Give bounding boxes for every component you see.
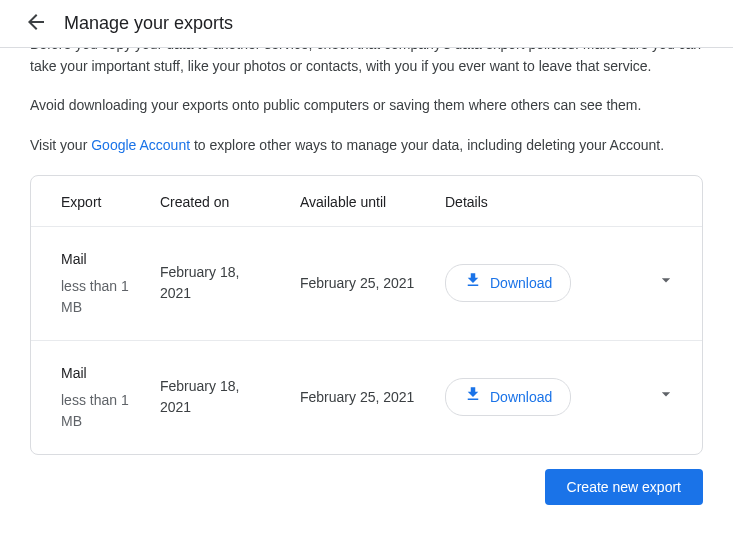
intro-paragraph-2: Avoid downloading your exports onto publ… (30, 95, 703, 117)
export-name: Mail (61, 249, 132, 270)
page-title: Manage your exports (64, 13, 233, 34)
arrow-left-icon (24, 10, 48, 37)
intro-p3-post: to explore other ways to manage your dat… (190, 137, 664, 153)
download-button[interactable]: Download (445, 378, 571, 416)
chevron-down-icon (656, 384, 676, 410)
download-label: Download (490, 273, 552, 294)
export-created: February 18, 2021 (146, 340, 286, 454)
chevron-down-icon (656, 270, 676, 296)
download-label: Download (490, 387, 552, 408)
create-new-export-button[interactable]: Create new export (545, 469, 703, 505)
export-name: Mail (61, 363, 132, 384)
col-header-available: Available until (286, 176, 431, 227)
expand-row-button[interactable] (654, 385, 678, 409)
export-size: less than 1 MB (61, 390, 132, 432)
download-icon (464, 385, 482, 409)
col-header-details: Details (431, 176, 702, 227)
expand-row-button[interactable] (654, 271, 678, 295)
exports-table: Export Created on Available until Detail… (31, 176, 702, 454)
export-created: February 18, 2021 (146, 226, 286, 340)
table-row: Mail less than 1 MB February 18, 2021 Fe… (31, 340, 702, 454)
intro-p3-pre: Visit your (30, 137, 91, 153)
col-header-export: Export (31, 176, 146, 227)
download-button[interactable]: Download (445, 264, 571, 302)
export-size: less than 1 MB (61, 276, 132, 318)
back-button[interactable] (16, 4, 56, 44)
intro-paragraph-3: Visit your Google Account to explore oth… (30, 135, 703, 157)
export-available: February 25, 2021 (286, 226, 431, 340)
export-available: February 25, 2021 (286, 340, 431, 454)
col-header-created: Created on (146, 176, 286, 227)
google-account-link[interactable]: Google Account (91, 137, 190, 153)
table-row: Mail less than 1 MB February 18, 2021 Fe… (31, 226, 702, 340)
exports-card: Export Created on Available until Detail… (30, 175, 703, 455)
download-icon (464, 271, 482, 295)
